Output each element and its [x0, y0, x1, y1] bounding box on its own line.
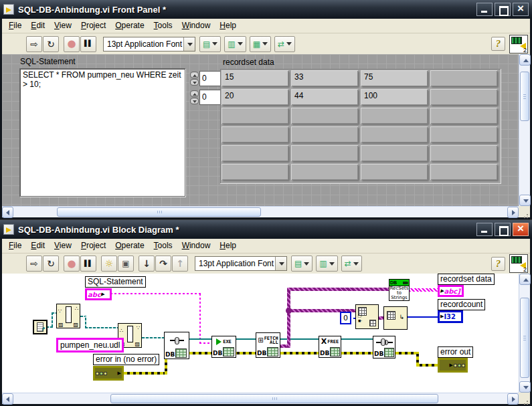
- row-index-spinner[interactable]: 0: [190, 71, 223, 86]
- table-cell[interactable]: [430, 89, 497, 105]
- table-cell[interactable]: [361, 164, 428, 180]
- array-size-node[interactable]: ↳: [383, 306, 408, 330]
- scrollbar-thumb[interactable]: [520, 298, 529, 378]
- table-cell[interactable]: [430, 164, 497, 180]
- current-vi-path-node[interactable]: ↱: [33, 320, 48, 334]
- vi-connector-pane-icon[interactable]: 2: [509, 254, 528, 273]
- table-cell[interactable]: [291, 164, 358, 180]
- db-execute-query-node[interactable]: EXE DB: [211, 336, 236, 358]
- table-cell[interactable]: [430, 145, 497, 161]
- toolbar-align-objects-dropdown[interactable]: ▤: [199, 36, 221, 52]
- table-cell[interactable]: [291, 145, 358, 161]
- menu-help[interactable]: Help: [215, 19, 242, 32]
- table-cell[interactable]: [361, 108, 428, 124]
- scroll-down-icon[interactable]: [519, 381, 531, 393]
- menu-view[interactable]: View: [50, 19, 77, 32]
- close-icon[interactable]: [513, 223, 529, 236]
- table-cell[interactable]: [361, 145, 428, 161]
- db-free-object-node[interactable]: XFREE DB: [319, 336, 341, 358]
- table-cell[interactable]: 100: [361, 89, 428, 105]
- menu-tools[interactable]: Tools: [150, 19, 178, 32]
- scrollbar-thumb[interactable]: [57, 207, 261, 217]
- block-diagram-titlebar[interactable]: SQL-DB-Anbindung.vi Block Diagram *: [0, 220, 532, 239]
- recordset-data-terminal[interactable]: ▶abc]: [438, 285, 464, 297]
- toolbar-run-continuously-button[interactable]: ↻: [43, 256, 59, 272]
- toolbar-step-over-button[interactable]: ↷: [155, 256, 171, 272]
- error-out-terminal[interactable]: ▶: [438, 358, 468, 373]
- recordcount-node-label[interactable]: recordcount: [438, 299, 485, 310]
- sql-statement-terminal[interactable]: abc▶: [85, 288, 112, 300]
- decrement-icon[interactable]: [190, 79, 199, 86]
- menu-operate[interactable]: Operate: [111, 239, 149, 252]
- font-selector[interactable]: 13pt Application Font: [103, 37, 195, 52]
- menu-project[interactable]: Project: [77, 19, 111, 32]
- table-cell[interactable]: 15: [221, 70, 288, 86]
- recsets-to-strings-node[interactable]: DB RecSetstoStrings: [389, 279, 410, 301]
- strip-path-node[interactable]: ∵ ∴ ▨ ▨: [56, 304, 80, 328]
- db-close-connection-node[interactable]: DB: [373, 336, 395, 359]
- menu-edit[interactable]: Edit: [27, 19, 50, 32]
- toolbar-distribute-objects-dropdown[interactable]: ▥: [224, 36, 246, 52]
- scroll-down-icon[interactable]: [519, 195, 531, 206]
- table-cell[interactable]: [291, 126, 358, 142]
- scroll-right-icon[interactable]: [507, 393, 519, 405]
- table-cell[interactable]: [430, 126, 497, 142]
- close-icon[interactable]: [513, 3, 529, 16]
- sql-statement-input[interactable]: SELECT * FROM pumpen_neu WHERE zeit > 10…: [19, 68, 185, 197]
- table-cell[interactable]: [221, 108, 288, 124]
- scroll-up-icon[interactable]: [519, 54, 531, 66]
- scroll-left-icon[interactable]: [2, 393, 13, 405]
- menu-file[interactable]: File: [5, 19, 27, 32]
- vertical-scrollbar[interactable]: [519, 274, 530, 393]
- menu-tools[interactable]: Tools: [150, 239, 178, 252]
- error-out-label[interactable]: error out: [438, 346, 473, 358]
- toolbar-resize-objects-dropdown[interactable]: ▦: [250, 36, 271, 52]
- udl-path-constant[interactable]: pumpen_neu.udl: [56, 338, 124, 352]
- vi-connector-pane-icon[interactable]: 2: [509, 35, 528, 54]
- toolbar-pause-button[interactable]: ▌▌: [80, 256, 96, 272]
- col-index-value[interactable]: 0: [199, 90, 222, 105]
- decrement-icon[interactable]: [190, 98, 199, 104]
- scroll-left-icon[interactable]: [2, 207, 13, 218]
- menu-help[interactable]: Help: [215, 239, 242, 252]
- table-cell[interactable]: [221, 145, 288, 161]
- table-cell[interactable]: [221, 126, 288, 142]
- row-index-value[interactable]: 0: [199, 71, 222, 86]
- toolbar-step-into-button[interactable]: ↓: [139, 256, 155, 272]
- chevron-down-icon[interactable]: [183, 37, 195, 51]
- toolbar-step-out-button[interactable]: ↑: [172, 256, 188, 272]
- horizontal-scrollbar[interactable]: [2, 393, 519, 404]
- horizontal-scrollbar[interactable]: [2, 206, 519, 217]
- scroll-right-icon[interactable]: [507, 207, 519, 218]
- table-cell[interactable]: 44: [291, 89, 358, 105]
- toolbar-highlight-execution-button[interactable]: ☼: [101, 256, 117, 272]
- table-cell[interactable]: 20: [221, 89, 288, 105]
- vertical-scrollbar[interactable]: [519, 54, 530, 206]
- front-panel-titlebar[interactable]: SQL-DB-Anbindung.vi Front Panel *: [0, 0, 532, 19]
- resize-grip[interactable]: [519, 206, 530, 217]
- error-in-label[interactable]: error in (no error): [93, 354, 159, 365]
- recordcount-terminal[interactable]: ▶I32: [438, 310, 463, 323]
- toolbar-run-button[interactable]: ⇨: [26, 36, 42, 52]
- menu-view[interactable]: View: [50, 239, 77, 252]
- maximize-icon[interactable]: [495, 223, 511, 236]
- toolbar-abort-button[interactable]: ●: [64, 256, 80, 272]
- menu-edit[interactable]: Edit: [27, 239, 50, 252]
- scrollbar-thumb[interactable]: [110, 394, 438, 403]
- table-cell[interactable]: [430, 108, 497, 124]
- table-cell[interactable]: [291, 108, 358, 124]
- maximize-icon[interactable]: [495, 3, 511, 16]
- font-selector[interactable]: 13pt Application Font: [195, 256, 287, 271]
- help-button[interactable]: ?: [491, 37, 505, 51]
- error-in-terminal[interactable]: ▶: [93, 366, 124, 381]
- help-button[interactable]: ?: [491, 257, 505, 271]
- menu-window[interactable]: Window: [178, 239, 216, 252]
- toolbar-align-objects-dropdown[interactable]: ▤: [291, 256, 313, 272]
- toolbar-retain-wire-values-button[interactable]: ▣: [118, 256, 134, 272]
- sql-statement-node-label[interactable]: SQL-Statement: [85, 276, 146, 288]
- scrollbar-thumb[interactable]: [520, 72, 529, 121]
- toolbar-run-button[interactable]: ⇨: [26, 256, 42, 272]
- increment-icon[interactable]: [190, 72, 199, 78]
- index-constant[interactable]: 0: [340, 312, 351, 324]
- toolbar-reorder-objects-dropdown[interactable]: ⇄: [341, 256, 362, 272]
